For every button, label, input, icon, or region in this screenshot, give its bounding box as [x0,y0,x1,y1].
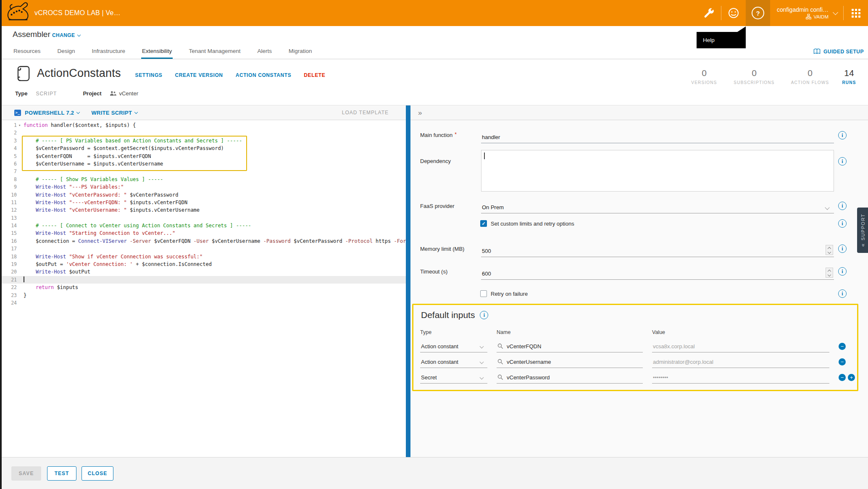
test-button[interactable]: TEST [47,466,76,481]
code-line-15[interactable]: 15 Write-Host "Starting Connection to vC… [0,229,406,237]
code-line-24[interactable]: 24 [0,299,406,307]
code-line-3[interactable]: 3 # ----- [ PS Variables based on Action… [0,137,406,145]
info-icon[interactable]: i [838,131,847,139]
input-type-select[interactable]: Secret [420,372,487,384]
stat-value: 0 [725,68,783,78]
support-tab[interactable]: « SUPPORT [857,208,868,253]
memory-limit-input[interactable]: 500 [481,244,834,257]
info-icon[interactable]: i [480,311,488,319]
stat-subscriptions[interactable]: 0SUBSCRIPTIONS [725,68,783,85]
input-value-field[interactable]: vcsa8x.corp.local [652,341,829,352]
collapse-panel-icon[interactable]: » [418,109,422,116]
code-line-7[interactable]: 7 [0,168,406,175]
code-line-17[interactable]: 17 [0,245,406,252]
save-button[interactable]: SAVE [11,466,41,481]
add-input-button[interactable]: + [848,374,855,381]
number-stepper[interactable] [826,245,833,255]
retry-row: Retry on failure [480,290,528,297]
stat-runs[interactable]: 14RUNS [837,68,861,85]
code-line-19[interactable]: 19 $outPut = 'vCenter Connection: ' + $c… [0,260,406,268]
input-name-field[interactable]: vCenterUsername [497,356,643,368]
help-icon[interactable]: ? [746,0,770,26]
code-line-13[interactable]: 13 [0,214,406,222]
line-number: 6 [0,160,18,168]
remove-input-button[interactable]: − [839,358,846,365]
action-constants-button[interactable]: ACTION CONSTANTS [236,72,292,78]
code-line-1[interactable]: 1▾function handler($context, $inputs) { [0,121,406,129]
text-cursor [484,152,485,159]
code-line-22[interactable]: 22 return $inputs [0,284,406,291]
input-name-field[interactable]: vCenterFQDN [497,341,643,352]
timeout-input[interactable]: 600 [481,267,834,280]
input-type-select[interactable]: Action constant [420,356,487,368]
create-version-button[interactable]: CREATE VERSION [175,72,223,78]
settings-button[interactable]: SETTINGS [135,72,163,78]
tab-tenant-management[interactable]: Tenant Management [188,48,241,59]
input-type-select[interactable]: Action constant [420,341,487,352]
tab-migration[interactable]: Migration [288,48,313,59]
remove-input-button[interactable]: − [839,374,846,381]
chevron-down-icon [480,360,484,364]
stat-versions[interactable]: 0VERSIONS [683,68,725,85]
tab-resources[interactable]: Resources [13,48,42,59]
code-line-16[interactable]: 16 $connection = Connect-VIServer -Serve… [0,237,406,245]
write-script-select[interactable]: WRITE SCRIPT [91,110,137,116]
code-line-2[interactable]: 2 [0,129,406,137]
change-app-button[interactable]: CHANGE [52,32,80,38]
feedback-smiley-icon[interactable] [721,0,746,26]
code-line-5[interactable]: 5 $vCenterFQDN = $inputs.vCenterFQDN [0,152,406,160]
code-line-8[interactable]: 8 # ----- [ Show PS Variables Values ] -… [0,176,406,183]
retry-checkbox[interactable] [480,290,487,297]
main-function-input[interactable]: handler [481,131,834,143]
guided-setup-link[interactable]: GUIDED SETUP [813,48,864,55]
info-icon[interactable]: i [838,289,847,298]
code-line-14[interactable]: 14 # ----- [ Connect to vCenter using Ac… [0,222,406,229]
code-editor[interactable]: 1▾function handler($context, $inputs) {2… [0,120,406,457]
dependency-textarea[interactable] [481,150,834,192]
info-icon[interactable]: i [838,267,847,276]
number-stepper[interactable] [826,268,833,278]
input-name-field[interactable]: vCenterPassword [497,372,643,384]
input-value-field[interactable]: administrator@corp.local [652,356,829,368]
code-line-12[interactable]: 12 Write-Host "vCenterUsername: " $input… [0,206,406,214]
code-line-10[interactable]: 10 Write-Host "vCenterPassword: " $vCent… [0,191,406,199]
code-line-21[interactable]: 21 [0,276,406,284]
remove-input-button[interactable]: − [839,343,846,350]
code-line-4[interactable]: 4 $vCenterPassword = $context.getSecret(… [0,145,406,152]
info-icon[interactable]: i [838,219,847,228]
line-number: 17 [0,245,18,252]
line-number: 9 [0,183,18,191]
tab-infrastructure[interactable]: Infrastructure [91,48,126,59]
custom-limits-checkbox[interactable]: ✓ [480,220,487,227]
tab-extensibility[interactable]: Extensibility [141,48,173,59]
info-icon[interactable]: i [838,244,847,253]
input-name-value: vCenterPassword [507,374,550,381]
code-line-18[interactable]: 18 Write-Host "Show if vCenter Connectio… [0,253,406,260]
info-icon[interactable]: i [838,202,847,210]
dev-tools-icon[interactable] [697,0,721,26]
custom-limits-row: ✓ Set custom limits and retry options [480,220,574,227]
faas-provider-select[interactable]: On Prem [481,201,834,213]
stat-action-flows[interactable]: 0ACTION FLOWS [783,68,837,85]
code-line-9[interactable]: 9 Write-Host "---PS Variables:" [0,183,406,191]
info-icon[interactable]: i [838,157,847,166]
load-template-button[interactable]: LOAD TEMPLATE [342,110,389,116]
code-line-23[interactable]: 23} [0,292,406,299]
delete-button[interactable]: DELETE [304,72,325,78]
tab-design[interactable]: Design [57,48,76,59]
user-menu[interactable]: configadmin confi… VAIDM [770,6,843,20]
input-type-value: Action constant [421,359,458,365]
tab-alerts[interactable]: Alerts [256,48,273,59]
code-line-11[interactable]: 11 Write-Host "----vCenterFQDN: " $input… [0,199,406,206]
runtime-select[interactable]: POWERSHELL 7.2 [25,110,79,116]
code-line-6[interactable]: 6 $vCenterUsername = $inputs.vCenterUser… [0,160,406,168]
code-text: $vCenterPassword = $context.getSecret($i… [23,145,224,152]
app-switcher-grid-icon[interactable] [844,0,868,26]
close-button[interactable]: CLOSE [82,466,113,481]
fold-caret-icon[interactable]: ▾ [18,121,23,129]
input-value-field[interactable]: •••••••• [652,372,829,384]
project-value[interactable]: vCenter [110,90,138,97]
code-line-20[interactable]: 20 Write-Host $outPut [0,268,406,276]
default-inputs-section: Default inputs i TypeNameValue Action co… [412,304,858,391]
pane-resize-divider[interactable] [406,105,410,457]
